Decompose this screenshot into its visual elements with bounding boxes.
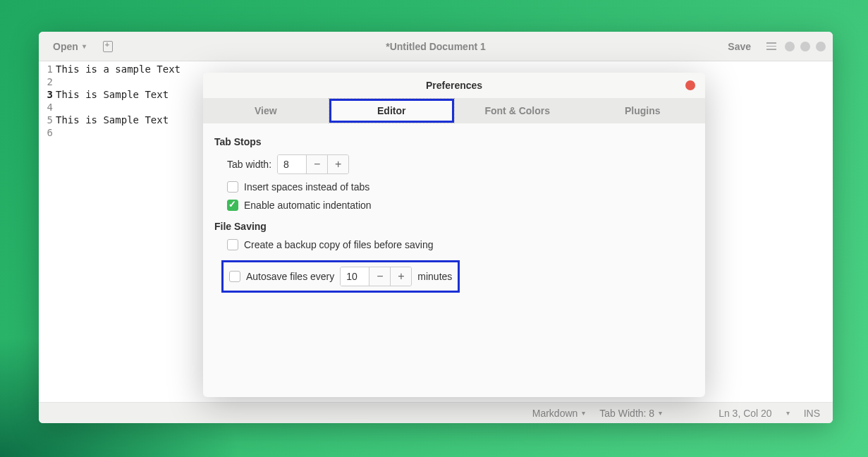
preferences-dialog: Preferences View Editor Font & Colors Pl… [203,73,705,397]
open-label: Open [53,41,78,52]
save-button[interactable]: Save [721,38,758,55]
window-title: *Untitled Document 1 [39,41,833,52]
insert-spaces-label: Insert spaces instead of tabs [244,181,369,193]
preferences-titlebar: Preferences [203,73,705,98]
new-document-icon [103,41,113,52]
section-file-saving: File Saving [214,221,694,232]
hamburger-menu-icon[interactable] [766,42,776,50]
tab-width-selector[interactable]: Tab Width: 8 ▾ [599,408,662,419]
auto-indent-checkbox[interactable] [227,200,238,211]
insert-mode-indicator[interactable]: INS [804,408,820,419]
preferences-body: Tab Stops Tab width: 8 − + Insert spaces… [203,123,705,305]
tab-fonts-colors[interactable]: Font & Colors [455,98,580,123]
increment-button[interactable]: + [390,267,411,286]
tab-width-label: Tab width: [227,159,271,170]
autosave-interval-spinner: 10 − + [340,267,412,286]
autosave-checkbox[interactable] [229,271,240,282]
autosave-row-highlight: Autosave files every 10 − + minutes [221,260,460,293]
decrement-button[interactable]: − [306,155,327,173]
preferences-title: Preferences [426,80,482,91]
preferences-tabs: View Editor Font & Colors Plugins [203,98,705,123]
save-label: Save [728,41,751,52]
chevron-down-icon: ▾ [82,42,86,50]
headerbar: Open ▾ *Untitled Document 1 Save [39,32,833,61]
statusbar: Markdown ▾ Tab Width: 8 ▾ Ln 3, Col 20 ▾… [39,402,833,423]
window-close-button[interactable] [816,42,826,51]
chevron-down-icon: ▾ [659,409,662,417]
increment-button[interactable]: + [327,155,348,173]
decrement-button[interactable]: − [369,267,390,286]
new-document-button[interactable] [96,38,120,55]
autosave-label: Autosave files every [246,271,334,282]
section-tab-stops: Tab Stops [214,136,694,147]
tab-width-spinner: 8 − + [277,154,349,174]
close-icon[interactable] [685,80,695,90]
backup-copy-checkbox[interactable] [227,239,238,250]
tab-view[interactable]: View [203,98,329,123]
insert-spaces-checkbox[interactable] [227,181,238,193]
tab-editor[interactable]: Editor [329,98,456,123]
backup-copy-label: Create a backup copy of files before sav… [244,239,434,250]
tab-width-value[interactable]: 8 [278,155,306,173]
chevron-down-icon: ▾ [582,409,585,417]
window-maximize-button[interactable] [800,42,810,51]
tab-plugins[interactable]: Plugins [580,98,706,123]
autosave-value[interactable]: 10 [341,267,369,286]
chevron-down-icon[interactable]: ▾ [786,409,790,417]
autosave-suffix: minutes [417,271,452,282]
line-number-gutter: 123456 [39,63,56,402]
cursor-position: Ln 3, Col 20 [719,408,772,419]
syntax-selector[interactable]: Markdown ▾ [532,408,586,419]
window-minimize-button[interactable] [785,42,795,51]
code-content[interactable]: This is a sample TextThis is Sample Text… [56,63,181,402]
auto-indent-label: Enable automatic indentation [244,200,372,211]
open-button[interactable]: Open ▾ [46,38,93,55]
